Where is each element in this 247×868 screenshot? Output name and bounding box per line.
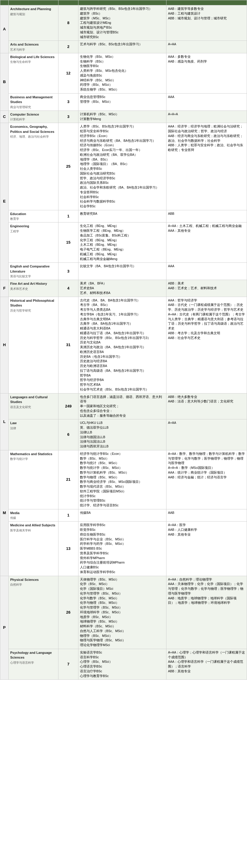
category-name-en: Biological and Life Sciences — [10, 55, 57, 60]
specific-programs-cell: 应用医学科学BSc 听觉学BSc 癌症生物医学BSc 医疗科学与企业（BSc、M… — [78, 522, 166, 576]
category-name-zh: 自然科学 — [10, 583, 57, 587]
category-name-zh: 计算机科学 — [10, 117, 57, 122]
alevel-requirements-cell: AAA：经济学；经济学与地理；欧洲社会与治研究；国际社会与政治研究；哲学、政治与… — [166, 123, 247, 210]
alevel-requirements-cell: A+AA — [166, 41, 247, 53]
category-name-en: Engineering — [10, 224, 57, 229]
table-row: Arts and Sciences艺术与科学2艺术与科学（BSc、BSc包含1年… — [0, 41, 247, 53]
category-name-en: Economics, Geography, Politics and Socia… — [10, 124, 57, 134]
table-row: LLanguages and Cultural Studies语言及文化研究24… — [0, 393, 247, 420]
count-cell: 3 — [58, 93, 79, 111]
header-letter — [0, 0, 9, 5]
table-row: HHistorical and Philosophical Studies历史与… — [0, 297, 247, 393]
header-count — [58, 0, 79, 5]
category-cell: Arts and Sciences艺术与科学 — [9, 41, 58, 53]
alevel-requirements-cell: ABB — [166, 210, 247, 222]
specific-programs-cell: 生化工程（BEng、MEng） 生物医学工程（BEng、MEng） 食品加工（B… — [78, 222, 166, 263]
alevel-requirements-cell: AAB — [166, 509, 247, 522]
category-name-zh: 教育学 — [10, 217, 57, 221]
category-cell: English and Comparative Literature英语与比较文… — [9, 263, 58, 280]
table-row: PPhysical Sciences自然科学26天体物理学（BSc、MSci） … — [0, 576, 247, 649]
table-row: English and Comparative Literature英语与比较文… — [0, 263, 247, 280]
category-cell: Economics, Geography, Politics and Socia… — [9, 123, 58, 210]
category-name-en: Education — [10, 212, 57, 217]
category-name-zh: 建筑与规划 — [10, 12, 57, 17]
letter-cell: E — [0, 123, 9, 280]
alevel-requirements-cell: A+AA：医学 AAB：人口健康科学 AAB：其他专业 — [166, 522, 247, 576]
category-cell: Law法律 — [9, 420, 58, 451]
category-cell: Computer Science计算机科学 — [9, 111, 58, 123]
count-cell: 2 — [58, 41, 79, 53]
table-row: Law法律6UCL与HKU LLB 英、德法双学位LLB 法律LLB 法律与德国… — [0, 420, 247, 451]
table-row: CComputer Science计算机科学3计算机科学（BSc、MSci） 计… — [0, 111, 247, 123]
category-name-en: Psychology and Language Sciences — [10, 650, 57, 660]
specific-programs-cell: 比较文学（BA、BA包含1年出国学习） — [78, 263, 166, 280]
alevel-requirements-cell: ABB：绝大多数专业 AAB：法语；意大利等少数门语言；文化研究 — [166, 393, 247, 420]
alevel-requirements-cell: AAA：哲学与经济学 AAB：古代史（一门课程成绩属于这个范围）；历史学、历史与… — [166, 297, 247, 393]
category-name-zh: 商业与管理研究 — [10, 105, 57, 109]
category-cell: Media传媒 — [9, 509, 58, 522]
table-row: Medicine and Allied Subjects医学及相关学科13应用医… — [0, 522, 247, 576]
alevel-requirements-cell: AAB：建筑学等多数专业 AAB：工程与建筑设计 ABB：城市规划、设计与管理；… — [166, 5, 247, 41]
category-name-en: Fine Art and Art History — [10, 281, 57, 286]
specific-programs-cell: 包含多门语言选择，涵盖法语、德语、西班牙语、意大利语等 单一国家和地区文化研究；… — [78, 393, 166, 420]
header-category — [9, 0, 58, 5]
category-cell: Historical and Philosophical Studies历史与哲… — [9, 297, 58, 393]
category-name-en: Medicine and Allied Subjects — [10, 523, 57, 528]
specific-programs-cell: 经济学与统计学BSc（Econ） 数学（BSc、MSci） 数学与统计（BSc、… — [78, 450, 166, 509]
alevel-requirements-cell: A+AA：数学、数学与物理；数学与计算机科学；数学与管理学；化学与数学；医学物理… — [166, 450, 247, 509]
alevel-requirements-cell: AAA：多数专业 AAB：感染与免疫、药剂学 — [166, 53, 247, 93]
specific-programs-cell: 教育研究BA — [78, 210, 166, 222]
category-cell: Fine Art and Art History美术和艺术史 — [9, 280, 58, 297]
table-row: Psychology and Language Sciences心理学与语言科学… — [0, 649, 247, 680]
letter-cell: L — [0, 393, 9, 450]
specific-programs-cell: 商业信息管理BSc 管理学（BSc、MSci） — [78, 93, 166, 111]
category-name-en: Law — [10, 421, 57, 426]
table-row: BBiological and Life Sciences生物与生命科学12生物… — [0, 53, 247, 93]
letter-cell: P — [0, 576, 9, 680]
category-cell: Biological and Life Sciences生物与生命科学 — [9, 53, 58, 93]
count-cell: 12 — [58, 53, 79, 93]
count-cell: 25 — [58, 123, 79, 210]
specific-programs-cell: 天体物理学（BSc、MSci） 化学（BSc、MSci） 化学（国际项目）MSc… — [78, 576, 166, 649]
count-cell: 4 — [58, 280, 79, 297]
count-cell: 249 — [58, 393, 79, 420]
category-name-zh: 数学与统计学 — [10, 457, 57, 461]
count-cell: 3 — [58, 263, 79, 280]
category-name-zh: 心理学与语言科学 — [10, 661, 57, 665]
category-name-zh: 美术和艺术史 — [10, 287, 57, 291]
category-name-en: Media — [10, 510, 57, 516]
table-row: FFine Art and Art History美术和艺术史4美术（BA、BF… — [0, 280, 247, 297]
alevel-requirements-cell: AAA — [166, 93, 247, 111]
category-name-en: Languages and Cultural Studies — [10, 395, 57, 404]
table-row: Education教育学1教育研究BAABB — [0, 210, 247, 222]
category-cell: Physical Sciences自然科学 — [9, 576, 58, 649]
specific-programs-cell: 艺术与科学（BSc、BSc包含1年出国学习） — [78, 41, 166, 53]
alevel-requirements-cell: A+AA：土木工程、机械工程；机械工程与商业金融 AAA：其他专业 — [166, 222, 247, 263]
alevel-requirements-cell: A+AA：自然科学；理论物理学 AAA：天体物理学；化学；化学（国际项目）；化学… — [166, 576, 247, 649]
letter-cell: C — [0, 111, 9, 123]
count-cell: 1 — [58, 509, 79, 522]
header-alevel — [166, 0, 247, 5]
category-cell: Languages and Cultural Studies语言及文化研究 — [9, 393, 58, 420]
category-name-zh: 医学及相关学科 — [10, 528, 57, 533]
specific-programs-cell: 生物化学（BSc、MSo） 生物科学（BSc） 生物医学BSc 人类科学（BSc… — [78, 53, 166, 93]
category-name-en: Physical Sciences — [10, 577, 57, 582]
specific-programs-cell: 计算机科学（BSc、MSci） 计算数学Meng — [78, 111, 166, 123]
specific-programs-cell: 人类学（BSc、BSc包含1年出国学习） 犯罪与安全科学BSc 经济学BSc（E… — [78, 123, 166, 210]
category-name-en: Mathematics and Statistics — [10, 452, 57, 457]
specific-programs-cell: 美术（BA、BFA） 艺术史BA 艺术、材料和技术BA — [78, 280, 166, 297]
count-cell: 8 — [58, 5, 79, 41]
count-cell: 3 — [58, 111, 79, 123]
category-cell: Engineering工程学 — [9, 222, 58, 263]
letter-cell: F — [0, 280, 9, 297]
specific-programs-cell: 古代史（BA、BA、BA包含1年出国学习） 考古学（BA、BSc） 考古学与人类… — [78, 297, 166, 393]
letter-cell: B — [0, 53, 9, 111]
category-name-en: Computer Science — [10, 112, 57, 117]
category-name-zh: 历史与哲学研究 — [10, 309, 57, 313]
category-name-en: Business and Management Studies — [10, 95, 57, 104]
specific-programs-cell: 实验语言学BSc 语言科学BSc 心理学（BSc、MSci） 心理语言学BSc … — [78, 649, 166, 680]
table-row: MMathematics and Statistics数学与统计学21经济学与统… — [0, 450, 247, 509]
alevel-requirements-cell: A+A+A — [166, 111, 247, 123]
letter-cell: M — [0, 450, 9, 576]
count-cell: 6 — [58, 420, 79, 451]
